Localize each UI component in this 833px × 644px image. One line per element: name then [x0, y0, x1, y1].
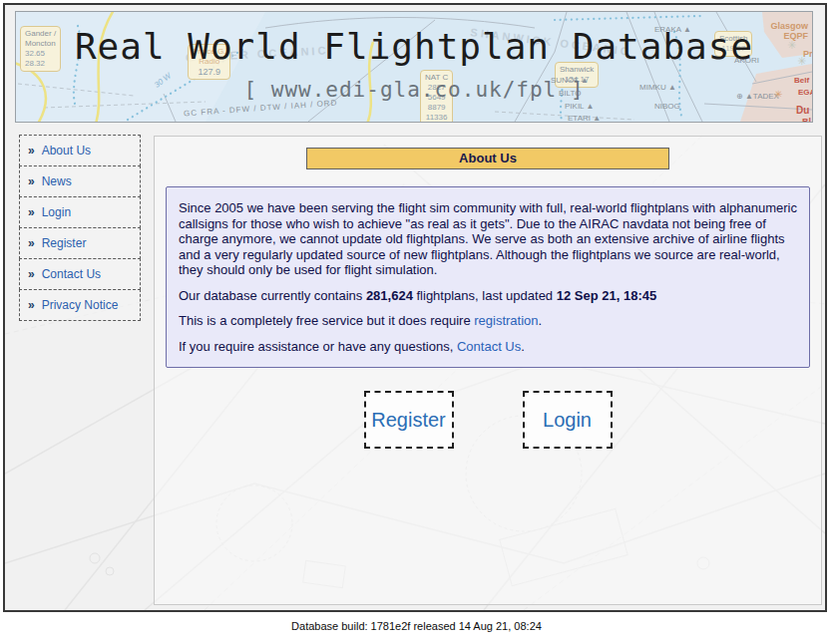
sidebar-item-privacy-notice[interactable]: »Privacy Notice — [19, 289, 141, 321]
stats-text: flightplans, last updated — [413, 288, 557, 303]
waypoint-triangle-icon: ▲ — [593, 114, 601, 123]
header-banner: GANDER OCEANIC SHANWICK OCEANIC Gander /… — [15, 11, 813, 123]
chevrons-icon: » — [28, 267, 35, 281]
intro-paragraph: Since 2005 we have been serving the flig… — [179, 200, 797, 278]
last-updated: 12 Sep 21, 18:45 — [557, 288, 656, 303]
site-url-subtitle: [ www.edi-gla.co.uk/fpl ] — [16, 78, 812, 102]
free-service-text: This is a completely free service but it… — [179, 313, 474, 328]
sidebar-item-login[interactable]: »Login — [19, 196, 141, 228]
chart-number: 8879 — [425, 103, 448, 113]
sidebar-item-label: News — [42, 174, 72, 188]
sidebar-item-register[interactable]: »Register — [19, 227, 141, 259]
main-content-panel: About Us Since 2005 we have been serving… — [154, 136, 822, 605]
chevrons-icon: » — [28, 144, 35, 158]
sidebar-item-news[interactable]: »News — [19, 165, 141, 197]
waypoint-pikil: PIKIL ▲ — [565, 102, 594, 112]
sidebar-item-label: Contact Us — [42, 267, 101, 281]
waypoint-nibog: NIBOG — [654, 102, 680, 112]
sidebar-item-label: Login — [42, 205, 71, 219]
chart-number: 11336 — [425, 113, 448, 123]
assistance-paragraph: If you require assistance or have any qu… — [179, 339, 797, 355]
sidebar-item-contact-us[interactable]: »Contact Us — [19, 258, 141, 290]
page-container: GANDER OCEANIC SHANWICK OCEANIC Gander /… — [3, 3, 827, 612]
chart-label-du: Du — [796, 106, 809, 116]
stats-paragraph: Our database currently contains 281,624 … — [179, 288, 797, 304]
chart-frequency: 127.9 — [193, 67, 225, 77]
contact-us-link[interactable]: Contact Us — [457, 339, 521, 354]
sidebar-item-label: Privacy Notice — [42, 298, 119, 312]
chevrons-icon: » — [28, 298, 35, 312]
login-button[interactable]: Login — [523, 391, 613, 449]
waypoint-label: PIKIL — [565, 102, 584, 111]
chevrons-icon: » — [28, 174, 35, 188]
assistance-text: . — [521, 339, 525, 354]
chevrons-icon: » — [28, 236, 35, 250]
action-buttons-row: Register Login — [155, 391, 821, 449]
register-button[interactable]: Register — [364, 391, 454, 449]
assistance-text: If you require assistance or have any qu… — [179, 339, 457, 354]
sidebar-nav: »About Us »News »Login »Register »Contac… — [19, 136, 141, 321]
about-info-box: Since 2005 we have been serving the flig… — [166, 186, 810, 368]
waypoint-etari: ETARI ▲ — [568, 114, 601, 123]
stats-text: Our database currently contains — [179, 288, 366, 303]
chart-label-bl: Bl — [802, 117, 811, 123]
sidebar-item-label: Register — [42, 236, 87, 250]
flightplan-count: 281,624 — [366, 288, 413, 303]
waypoint-triangle-icon: ▲ — [587, 102, 595, 111]
waypoint-label: ETARI — [568, 114, 591, 123]
free-service-text: . — [539, 313, 543, 328]
chevrons-icon: » — [28, 205, 35, 219]
free-service-paragraph: This is a completely free service but it… — [179, 313, 797, 329]
waypoint-label: NIBOG — [654, 102, 680, 111]
database-build-footer: Database build: 1781e2f released 14 Aug … — [0, 620, 833, 632]
site-title: Real World Flightplan Database — [16, 26, 812, 67]
registration-link[interactable]: registration — [474, 313, 538, 328]
section-title-bar: About Us — [306, 148, 669, 169]
sidebar-item-about-us[interactable]: »About Us — [19, 135, 141, 166]
sidebar-item-label: About Us — [42, 144, 91, 158]
